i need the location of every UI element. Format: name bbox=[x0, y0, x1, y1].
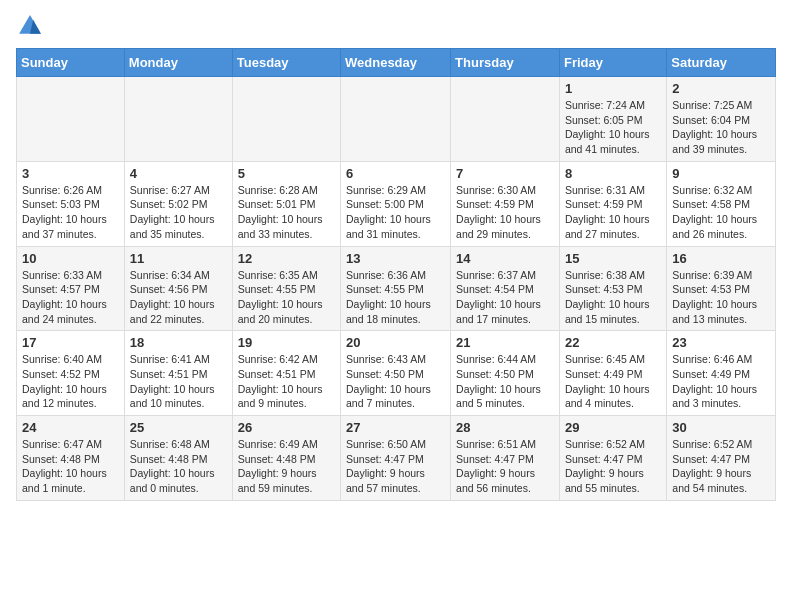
day-info: Sunrise: 6:45 AMSunset: 4:49 PMDaylight:… bbox=[565, 352, 661, 411]
day-number: 9 bbox=[672, 166, 770, 181]
day-info: Sunrise: 7:25 AMSunset: 6:04 PMDaylight:… bbox=[672, 98, 770, 157]
calendar-cell bbox=[341, 77, 451, 162]
calendar-header-wednesday: Wednesday bbox=[341, 49, 451, 77]
day-number: 3 bbox=[22, 166, 119, 181]
calendar-cell: 28Sunrise: 6:51 AMSunset: 4:47 PMDayligh… bbox=[451, 416, 560, 501]
calendar-cell bbox=[17, 77, 125, 162]
logo-icon bbox=[16, 12, 44, 40]
calendar-week-1: 1Sunrise: 7:24 AMSunset: 6:05 PMDaylight… bbox=[17, 77, 776, 162]
calendar-cell: 9Sunrise: 6:32 AMSunset: 4:58 PMDaylight… bbox=[667, 161, 776, 246]
calendar-cell bbox=[451, 77, 560, 162]
calendar-cell: 5Sunrise: 6:28 AMSunset: 5:01 PMDaylight… bbox=[232, 161, 340, 246]
day-info: Sunrise: 6:37 AMSunset: 4:54 PMDaylight:… bbox=[456, 268, 554, 327]
day-info: Sunrise: 6:39 AMSunset: 4:53 PMDaylight:… bbox=[672, 268, 770, 327]
day-info: Sunrise: 6:28 AMSunset: 5:01 PMDaylight:… bbox=[238, 183, 335, 242]
day-number: 20 bbox=[346, 335, 445, 350]
day-number: 22 bbox=[565, 335, 661, 350]
day-number: 28 bbox=[456, 420, 554, 435]
calendar-cell: 22Sunrise: 6:45 AMSunset: 4:49 PMDayligh… bbox=[559, 331, 666, 416]
calendar-header-monday: Monday bbox=[124, 49, 232, 77]
day-info: Sunrise: 6:32 AMSunset: 4:58 PMDaylight:… bbox=[672, 183, 770, 242]
day-info: Sunrise: 6:29 AMSunset: 5:00 PMDaylight:… bbox=[346, 183, 445, 242]
calendar-cell: 17Sunrise: 6:40 AMSunset: 4:52 PMDayligh… bbox=[17, 331, 125, 416]
day-number: 14 bbox=[456, 251, 554, 266]
day-number: 29 bbox=[565, 420, 661, 435]
day-info: Sunrise: 6:46 AMSunset: 4:49 PMDaylight:… bbox=[672, 352, 770, 411]
calendar-cell: 2Sunrise: 7:25 AMSunset: 6:04 PMDaylight… bbox=[667, 77, 776, 162]
day-number: 26 bbox=[238, 420, 335, 435]
calendar-cell: 12Sunrise: 6:35 AMSunset: 4:55 PMDayligh… bbox=[232, 246, 340, 331]
day-number: 13 bbox=[346, 251, 445, 266]
calendar-cell: 11Sunrise: 6:34 AMSunset: 4:56 PMDayligh… bbox=[124, 246, 232, 331]
day-info: Sunrise: 6:41 AMSunset: 4:51 PMDaylight:… bbox=[130, 352, 227, 411]
day-number: 1 bbox=[565, 81, 661, 96]
calendar-header-sunday: Sunday bbox=[17, 49, 125, 77]
calendar-cell: 20Sunrise: 6:43 AMSunset: 4:50 PMDayligh… bbox=[341, 331, 451, 416]
calendar-cell: 8Sunrise: 6:31 AMSunset: 4:59 PMDaylight… bbox=[559, 161, 666, 246]
day-number: 10 bbox=[22, 251, 119, 266]
day-info: Sunrise: 6:36 AMSunset: 4:55 PMDaylight:… bbox=[346, 268, 445, 327]
calendar-cell: 21Sunrise: 6:44 AMSunset: 4:50 PMDayligh… bbox=[451, 331, 560, 416]
day-info: Sunrise: 6:47 AMSunset: 4:48 PMDaylight:… bbox=[22, 437, 119, 496]
day-number: 23 bbox=[672, 335, 770, 350]
calendar-cell: 26Sunrise: 6:49 AMSunset: 4:48 PMDayligh… bbox=[232, 416, 340, 501]
day-info: Sunrise: 6:38 AMSunset: 4:53 PMDaylight:… bbox=[565, 268, 661, 327]
calendar-cell: 4Sunrise: 6:27 AMSunset: 5:02 PMDaylight… bbox=[124, 161, 232, 246]
day-info: Sunrise: 6:49 AMSunset: 4:48 PMDaylight:… bbox=[238, 437, 335, 496]
logo bbox=[16, 12, 48, 40]
calendar-week-4: 17Sunrise: 6:40 AMSunset: 4:52 PMDayligh… bbox=[17, 331, 776, 416]
day-info: Sunrise: 6:50 AMSunset: 4:47 PMDaylight:… bbox=[346, 437, 445, 496]
calendar-cell: 3Sunrise: 6:26 AMSunset: 5:03 PMDaylight… bbox=[17, 161, 125, 246]
day-info: Sunrise: 7:24 AMSunset: 6:05 PMDaylight:… bbox=[565, 98, 661, 157]
day-number: 27 bbox=[346, 420, 445, 435]
calendar-week-5: 24Sunrise: 6:47 AMSunset: 4:48 PMDayligh… bbox=[17, 416, 776, 501]
day-number: 8 bbox=[565, 166, 661, 181]
calendar-cell bbox=[124, 77, 232, 162]
day-info: Sunrise: 6:48 AMSunset: 4:48 PMDaylight:… bbox=[130, 437, 227, 496]
calendar-header-row: SundayMondayTuesdayWednesdayThursdayFrid… bbox=[17, 49, 776, 77]
day-info: Sunrise: 6:52 AMSunset: 4:47 PMDaylight:… bbox=[672, 437, 770, 496]
day-number: 18 bbox=[130, 335, 227, 350]
calendar-header-tuesday: Tuesday bbox=[232, 49, 340, 77]
calendar-cell: 6Sunrise: 6:29 AMSunset: 5:00 PMDaylight… bbox=[341, 161, 451, 246]
calendar-cell: 24Sunrise: 6:47 AMSunset: 4:48 PMDayligh… bbox=[17, 416, 125, 501]
day-info: Sunrise: 6:51 AMSunset: 4:47 PMDaylight:… bbox=[456, 437, 554, 496]
day-number: 19 bbox=[238, 335, 335, 350]
day-number: 30 bbox=[672, 420, 770, 435]
calendar-header-friday: Friday bbox=[559, 49, 666, 77]
day-info: Sunrise: 6:52 AMSunset: 4:47 PMDaylight:… bbox=[565, 437, 661, 496]
day-number: 6 bbox=[346, 166, 445, 181]
day-number: 24 bbox=[22, 420, 119, 435]
day-number: 11 bbox=[130, 251, 227, 266]
calendar-cell: 25Sunrise: 6:48 AMSunset: 4:48 PMDayligh… bbox=[124, 416, 232, 501]
day-number: 5 bbox=[238, 166, 335, 181]
calendar-table: SundayMondayTuesdayWednesdayThursdayFrid… bbox=[16, 48, 776, 501]
calendar-cell: 14Sunrise: 6:37 AMSunset: 4:54 PMDayligh… bbox=[451, 246, 560, 331]
day-number: 25 bbox=[130, 420, 227, 435]
day-info: Sunrise: 6:30 AMSunset: 4:59 PMDaylight:… bbox=[456, 183, 554, 242]
day-info: Sunrise: 6:44 AMSunset: 4:50 PMDaylight:… bbox=[456, 352, 554, 411]
calendar-cell: 7Sunrise: 6:30 AMSunset: 4:59 PMDaylight… bbox=[451, 161, 560, 246]
calendar-cell: 29Sunrise: 6:52 AMSunset: 4:47 PMDayligh… bbox=[559, 416, 666, 501]
day-number: 15 bbox=[565, 251, 661, 266]
calendar-cell: 13Sunrise: 6:36 AMSunset: 4:55 PMDayligh… bbox=[341, 246, 451, 331]
calendar-cell: 30Sunrise: 6:52 AMSunset: 4:47 PMDayligh… bbox=[667, 416, 776, 501]
day-number: 12 bbox=[238, 251, 335, 266]
calendar-cell: 19Sunrise: 6:42 AMSunset: 4:51 PMDayligh… bbox=[232, 331, 340, 416]
day-info: Sunrise: 6:35 AMSunset: 4:55 PMDaylight:… bbox=[238, 268, 335, 327]
day-info: Sunrise: 6:26 AMSunset: 5:03 PMDaylight:… bbox=[22, 183, 119, 242]
calendar-header-saturday: Saturday bbox=[667, 49, 776, 77]
calendar-cell bbox=[232, 77, 340, 162]
calendar-cell: 23Sunrise: 6:46 AMSunset: 4:49 PMDayligh… bbox=[667, 331, 776, 416]
page: SundayMondayTuesdayWednesdayThursdayFrid… bbox=[0, 0, 792, 517]
day-info: Sunrise: 6:27 AMSunset: 5:02 PMDaylight:… bbox=[130, 183, 227, 242]
day-number: 21 bbox=[456, 335, 554, 350]
calendar-cell: 1Sunrise: 7:24 AMSunset: 6:05 PMDaylight… bbox=[559, 77, 666, 162]
day-number: 2 bbox=[672, 81, 770, 96]
header bbox=[16, 12, 776, 40]
calendar-cell: 10Sunrise: 6:33 AMSunset: 4:57 PMDayligh… bbox=[17, 246, 125, 331]
day-info: Sunrise: 6:34 AMSunset: 4:56 PMDaylight:… bbox=[130, 268, 227, 327]
calendar-week-2: 3Sunrise: 6:26 AMSunset: 5:03 PMDaylight… bbox=[17, 161, 776, 246]
day-info: Sunrise: 6:43 AMSunset: 4:50 PMDaylight:… bbox=[346, 352, 445, 411]
calendar-week-3: 10Sunrise: 6:33 AMSunset: 4:57 PMDayligh… bbox=[17, 246, 776, 331]
